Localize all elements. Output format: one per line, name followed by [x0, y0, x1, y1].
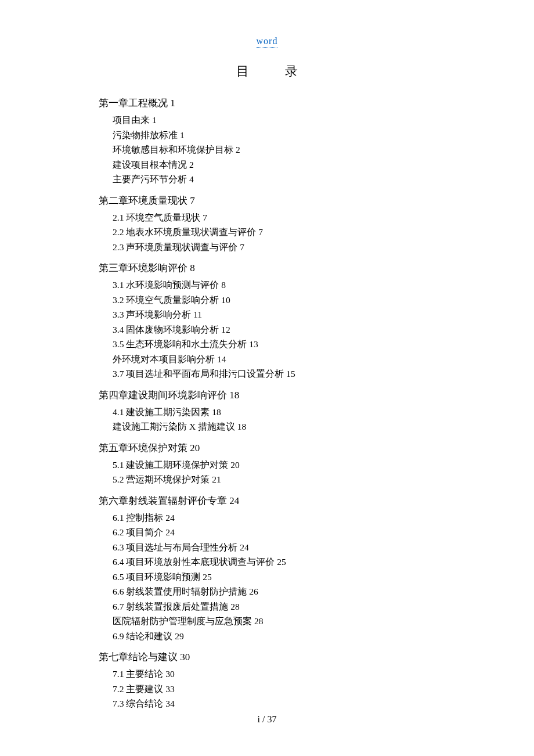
chapter-heading: 第七章结论与建议 30 [99, 649, 435, 665]
toc-chapter: 第六章射线装置辐射评价专章 24 6.1 控制指标 24 6.2 项目简介 24… [99, 493, 435, 644]
toc-item: 外环境对本项目影响分析 14 [113, 352, 435, 367]
toc-item: 6.7 射线装置报废后处置措施 28 [113, 599, 435, 614]
header-link-container: word [99, 36, 435, 46]
toc-item: 6.3 项目选址与布局合理性分析 24 [113, 540, 435, 555]
toc-item: 2.3 声环境质量现状调查与评价 7 [113, 240, 435, 255]
toc-item: 6.9 结论和建议 29 [113, 629, 435, 644]
page-footer: i / 37 [0, 714, 534, 725]
toc-chapter: 第三章环境影响评价 8 3.1 水环境影响预测与评价 8 3.2 环境空气质量影… [99, 260, 435, 381]
toc-item: 主要产污环节分析 4 [113, 172, 435, 187]
toc-item: 3.5 生态环境影响和水土流失分析 13 [113, 337, 435, 352]
toc-item: 3.4 固体废物环境影响分析 12 [113, 322, 435, 337]
document-page: word 目 录 第一章工程概况 1 项目由来 1 污染物排放标准 1 环境敏感… [0, 0, 534, 711]
toc-item: 6.4 项目环境放射性本底现状调查与评价 25 [113, 555, 435, 570]
toc-title: 目 录 [99, 63, 435, 80]
chapter-heading: 第一章工程概况 1 [99, 95, 435, 111]
toc-item: 4.1 建设施工期污染因素 18 [113, 405, 435, 420]
toc-item: 建设施工期污染防 X 措施建议 18 [113, 419, 435, 434]
chapter-items: 6.1 控制指标 24 6.2 项目简介 24 6.3 项目选址与布局合理性分析… [99, 510, 435, 644]
chapter-items: 7.1 主要结论 30 7.2 主要建议 33 7.3 综合结论 34 [99, 667, 435, 711]
toc-item: 6.5 项目环境影响预测 25 [113, 570, 435, 585]
toc-item: 项目由来 1 [113, 113, 435, 128]
toc-item: 7.2 主要建议 33 [113, 682, 435, 697]
word-link[interactable]: word [257, 36, 278, 48]
toc-item: 2.2 地表水环境质量现状调查与评价 7 [113, 225, 435, 240]
toc-item: 6.1 控制指标 24 [113, 510, 435, 525]
toc-item: 5.1 建设施工期环境保护对策 20 [113, 458, 435, 473]
toc-chapter: 第五章环境保护对策 20 5.1 建设施工期环境保护对策 20 5.2 营运期环… [99, 440, 435, 487]
chapter-items: 5.1 建设施工期环境保护对策 20 5.2 营运期环境保护对策 21 [99, 458, 435, 487]
toc-chapter: 第七章结论与建议 30 7.1 主要结论 30 7.2 主要建议 33 7.3 … [99, 649, 435, 711]
chapter-items: 3.1 水环境影响预测与评价 8 3.2 环境空气质量影响分析 10 3.3 声… [99, 278, 435, 381]
toc-item: 2.1 环境空气质量现状 7 [113, 210, 435, 225]
chapter-heading: 第二章环境质量现状 7 [99, 193, 435, 209]
chapter-heading: 第六章射线装置辐射评价专章 24 [99, 493, 435, 509]
toc-item: 3.2 环境空气质量影响分析 10 [113, 293, 435, 308]
chapter-items: 2.1 环境空气质量现状 7 2.2 地表水环境质量现状调查与评价 7 2.3 … [99, 210, 435, 255]
toc-chapter: 第一章工程概况 1 项目由来 1 污染物排放标准 1 环境敏感目标和环境保护目标… [99, 95, 435, 187]
toc-item: 污染物排放标准 1 [113, 128, 435, 143]
toc-chapter: 第二章环境质量现状 7 2.1 环境空气质量现状 7 2.2 地表水环境质量现状… [99, 193, 435, 255]
chapter-heading: 第三章环境影响评价 8 [99, 260, 435, 276]
toc-item: 7.1 主要结论 30 [113, 667, 435, 682]
toc-chapter: 第四章建设期间环境影响评价 18 4.1 建设施工期污染因素 18 建设施工期污… [99, 387, 435, 434]
toc-item: 3.1 水环境影响预测与评价 8 [113, 278, 435, 293]
toc-item: 5.2 营运期环境保护对策 21 [113, 472, 435, 487]
toc-item: 7.3 综合结论 34 [113, 696, 435, 711]
toc-item: 6.6 射线装置使用时辐射防护措施 26 [113, 584, 435, 599]
toc-item: 建设项目根本情况 2 [113, 157, 435, 172]
toc-item: 3.7 项目选址和平面布局和排污口设置分析 15 [113, 366, 435, 381]
chapter-items: 4.1 建设施工期污染因素 18 建设施工期污染防 X 措施建议 18 [99, 405, 435, 434]
chapter-heading: 第五章环境保护对策 20 [99, 440, 435, 456]
toc-item: 医院辐射防护管理制度与应急预案 28 [113, 614, 435, 629]
chapter-items: 项目由来 1 污染物排放标准 1 环境敏感目标和环境保护目标 2 建设项目根本情… [99, 113, 435, 187]
toc-item: 环境敏感目标和环境保护目标 2 [113, 142, 435, 157]
chapter-heading: 第四章建设期间环境影响评价 18 [99, 387, 435, 404]
toc-item: 3.3 声环境影响分析 11 [113, 307, 435, 322]
toc-item: 6.2 项目简介 24 [113, 525, 435, 540]
